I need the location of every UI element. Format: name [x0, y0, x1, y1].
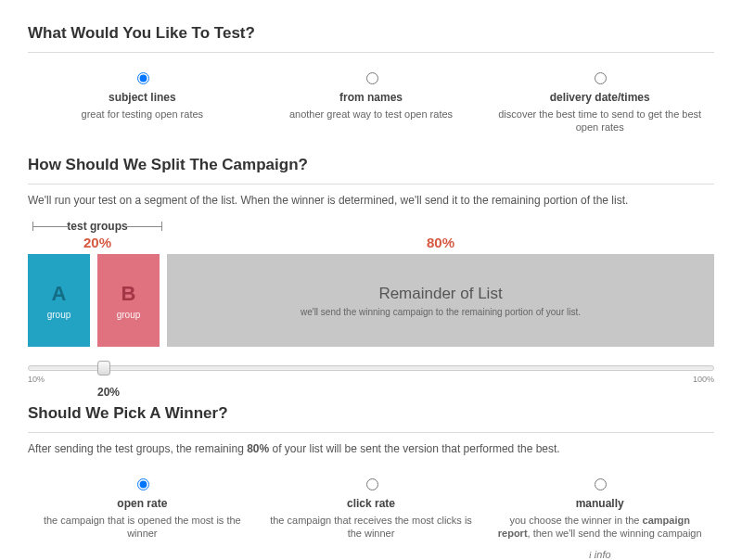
winner-option-label: manually [494, 497, 705, 510]
winner-option-label: click rate [266, 497, 477, 510]
group-a-letter: A [52, 282, 67, 306]
test-groups-label: test groups [28, 220, 167, 233]
info-icon: i [589, 549, 592, 560]
pct-remainder: 80% [167, 235, 714, 250]
split-bars: A group B group Remainder of List we'll … [28, 254, 714, 347]
test-option-subject-lines: subject lines great for testing open rat… [28, 70, 257, 134]
winner-section-title: Should We Pick A Winner? [28, 404, 714, 433]
winner-sub-bold: 80% [247, 442, 269, 455]
test-option-label: from names [266, 91, 477, 104]
winner-options-row: open rate the campaign that is opened th… [28, 468, 714, 560]
group-a-block: A group [28, 254, 90, 347]
winner-option-desc: the campaign that receives the most clic… [270, 515, 472, 539]
group-b-letter: B [122, 282, 136, 306]
manually-desc-after: , then we'll send the winning campaign [528, 528, 702, 539]
remainder-desc: we'll send the winning campaign to the r… [301, 307, 581, 317]
winner-option-open-rate: open rate the campaign that is opened th… [28, 476, 257, 560]
winner-radio-open-rate[interactable] [137, 478, 149, 490]
winner-option-manually: manually you choose the winner in the ca… [485, 476, 714, 560]
test-section-title: What Would You Like To Test? [28, 24, 714, 53]
test-options-row: subject lines great for testing open rat… [28, 62, 714, 150]
test-option-label: subject lines [37, 91, 248, 104]
winner-section-subtitle: After sending the test groups, the remai… [28, 442, 714, 455]
split-section-subtitle: We'll run your test on a segment of the … [28, 194, 714, 207]
group-b-block: B group [97, 254, 160, 347]
pct-row: 20% 80% [28, 235, 714, 250]
test-option-desc: discover the best time to send to get th… [498, 108, 701, 133]
test-option-delivery-times: delivery date/times discover the best ti… [485, 70, 714, 134]
test-radio-delivery-times[interactable] [595, 72, 607, 84]
split-slider[interactable]: 10% 100% 20% [28, 365, 714, 399]
winner-option-label: open rate [37, 497, 248, 510]
slider-min-label: 10% [28, 375, 45, 384]
test-option-label: delivery date/times [494, 91, 705, 104]
group-b-label: group [117, 310, 141, 320]
manually-desc-before: you choose the winner in the [509, 515, 642, 526]
test-radio-subject-lines[interactable] [137, 72, 149, 84]
info-label: info [595, 549, 611, 560]
winner-option-desc: the campaign that is opened the most is … [44, 515, 241, 539]
slider-track[interactable] [28, 365, 714, 371]
slider-thumb[interactable] [97, 361, 110, 375]
winner-option-click-rate: click rate the campaign that receives th… [257, 476, 486, 560]
winner-option-desc: you choose the winner in the campaign re… [498, 515, 702, 539]
winner-sub-before: After sending the test groups, the remai… [28, 442, 247, 455]
remainder-title: Remainder of List [378, 285, 502, 303]
remainder-block: Remainder of List we'll send the winning… [167, 254, 714, 347]
split-section-title: How Should We Split The Campaign? [28, 156, 714, 185]
winner-radio-click-rate[interactable] [366, 478, 378, 490]
winner-sub-after: of your list will be sent the version th… [269, 442, 560, 455]
winner-radio-manually[interactable] [595, 478, 607, 490]
slider-value-label: 20% [97, 386, 714, 399]
test-option-desc: another great way to test open rates [289, 108, 453, 120]
pct-test: 20% [28, 235, 167, 250]
test-radio-from-names[interactable] [366, 72, 378, 84]
info-link[interactable]: i info [494, 549, 705, 560]
slider-max-label: 100% [693, 375, 714, 384]
group-a-label: group [47, 310, 71, 320]
test-option-from-names: from names another great way to test ope… [257, 70, 486, 134]
test-groups-text: test groups [67, 220, 127, 233]
test-option-desc: great for testing open rates [82, 108, 203, 120]
